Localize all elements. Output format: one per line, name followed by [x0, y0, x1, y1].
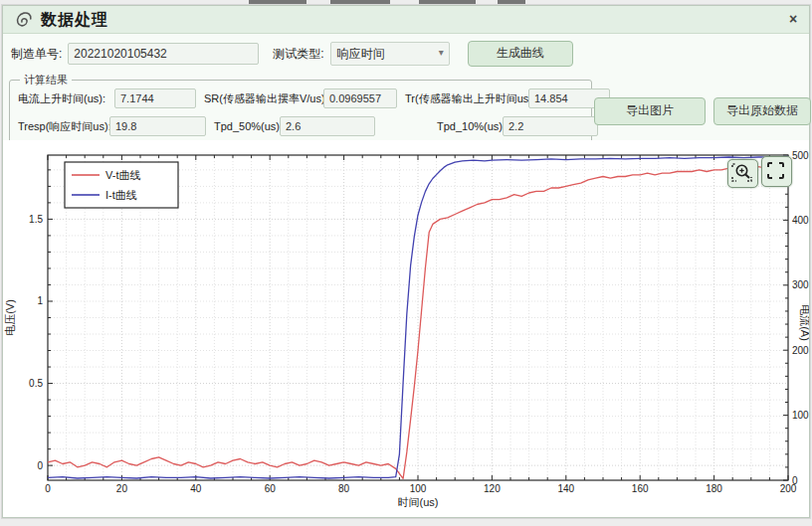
slew-rate-value[interactable]	[323, 88, 397, 108]
svg-text:300: 300	[792, 279, 809, 290]
chart-fullscreen-icon[interactable]	[761, 156, 792, 187]
svg-text:180: 180	[706, 483, 722, 494]
chart-canvas: 02040608010012014016018020000.511.501002…	[3, 140, 809, 513]
calculation-results-group: 计算结果 电流上升时间(us): SR(传感器输出摆率V/us): Tr(传感器…	[9, 80, 592, 145]
background-window-fragment	[419, 0, 476, 4]
test-type-dropdown[interactable]: 响应时间 ▾	[330, 42, 450, 66]
current-rise-time-label: 电流上升时间(us):	[18, 91, 110, 106]
test-type-label: 测试类型:	[273, 46, 323, 63]
tresp-label: Tresp(响应时间us):	[18, 119, 105, 134]
svg-text:0: 0	[45, 483, 51, 494]
response-curve-chart: 02040608010012014016018020000.511.501002…	[3, 140, 809, 517]
svg-text:0: 0	[37, 460, 43, 471]
order-number-input[interactable]	[68, 43, 259, 65]
svg-text:500: 500	[792, 150, 809, 161]
close-icon[interactable]: ×	[785, 11, 801, 27]
generate-curve-button[interactable]: 生成曲线	[468, 41, 573, 67]
tpd50-label: Tpd_50%(us):	[214, 120, 276, 132]
results-row-1: 电流上升时间(us): SR(传感器输出摆率V/us): Tr(传感器输出上升时…	[18, 88, 610, 108]
tpd10-label: Tpd_10%(us):	[437, 120, 499, 132]
chart-zoom-icon[interactable]	[727, 159, 758, 188]
svg-text:20: 20	[116, 483, 128, 494]
tpd10-value[interactable]	[503, 116, 598, 136]
svg-text:100: 100	[410, 483, 427, 494]
legend: V-t曲线I-t曲线	[65, 162, 178, 208]
tpd50-value[interactable]	[280, 116, 375, 136]
export-image-button[interactable]: 导出图片	[594, 97, 706, 125]
current-rise-time-value[interactable]	[114, 88, 196, 108]
svg-text:V-t曲线: V-t曲线	[105, 169, 140, 181]
page-title: 数据处理	[41, 10, 108, 31]
x-axis-title: 时间(us)	[398, 496, 439, 508]
svg-text:40: 40	[190, 483, 202, 494]
group-title: 计算结果	[20, 73, 72, 88]
background-window-fragment	[498, 0, 525, 4]
svg-text:I-t曲线: I-t曲线	[105, 189, 137, 201]
svg-text:140: 140	[557, 483, 574, 494]
test-type-selected-value: 响应时间	[337, 46, 385, 63]
svg-text:100: 100	[792, 410, 809, 421]
order-number-label: 制造单号:	[11, 46, 62, 63]
svg-text:60: 60	[265, 483, 277, 494]
app-spiral-logo-icon	[13, 9, 35, 31]
svg-text:1: 1	[37, 295, 43, 306]
y-right-axis-title: 电流(A)	[799, 304, 809, 341]
export-raw-data-button[interactable]: 导出原始数据	[713, 97, 811, 125]
svg-text:200: 200	[792, 345, 809, 356]
background-window-fragment	[249, 0, 306, 4]
chevron-down-icon: ▾	[439, 47, 444, 58]
background-window-fragment	[330, 0, 390, 4]
svg-text:1.5: 1.5	[29, 214, 43, 225]
svg-text:160: 160	[632, 483, 649, 494]
svg-text:400: 400	[792, 215, 809, 226]
tresp-value[interactable]	[109, 116, 206, 136]
y-left-axis-title: 电压(V)	[4, 299, 16, 336]
svg-text:0: 0	[792, 475, 798, 486]
data-processing-dialog: 数据处理 × 制造单号: 测试类型: 响应时间 ▾ 生成曲线 计算结果 电流上升…	[2, 5, 810, 518]
svg-text:120: 120	[484, 483, 501, 494]
sensor-rise-time-label: Tr(传感器输出上升时间us):	[405, 91, 524, 106]
svg-text:0.5: 0.5	[29, 378, 43, 389]
form-row: 制造单号: 测试类型: 响应时间 ▾ 生成曲线	[11, 42, 573, 66]
svg-text:80: 80	[338, 483, 350, 494]
slew-rate-label: SR(传感器输出摆率V/us):	[204, 91, 319, 106]
title-bar: 数据处理 ×	[3, 6, 809, 34]
results-row-2: Tresp(响应时间us): Tpd_50%(us): Tpd_10%(us):	[18, 116, 598, 136]
screen: 数据处理 × 制造单号: 测试类型: 响应时间 ▾ 生成曲线 计算结果 电流上升…	[0, 0, 812, 526]
